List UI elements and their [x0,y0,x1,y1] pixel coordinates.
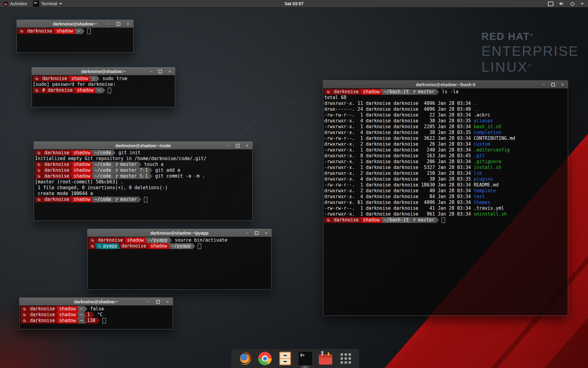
terminal-line: drwxrwxr-x. 2 darknoise darknoise 150 Ja… [324,171,568,176]
redhat-icon [23,319,26,322]
terminal-window-pyapp: darknoise@shadow:~/pyapp − × darknoisesh… [87,229,272,290]
ls-row-meta: -rwxrwxr-x. 1 darknoise darknoise 206 Ja… [324,159,474,165]
maximize-button[interactable] [254,231,259,235]
dock-item-files[interactable] [278,352,292,365]
terminal-content[interactable]: darknoiseshadow~ [17,28,133,52]
maximize-button[interactable] [158,69,162,74]
dock-item-firefox[interactable] [238,352,251,365]
terminal-line: -rw-rw-r--. 1 darknoise darknoise 18630 … [324,182,568,188]
prompt-segment-host: shadow [74,87,96,93]
maximize-button[interactable] [116,22,121,26]
dock-item-toolbox[interactable] [319,352,332,365]
prompt-segment-user: darknoise [41,162,72,167]
terminal-line: darknoiseshadow~ [18,28,133,34]
window-title: darknoise@shadow:~ [53,21,97,26]
terminal-line: drwxrwxr-x. 4 darknoise darknoise 38 Jan… [324,130,568,136]
maximize-button[interactable] [156,300,160,304]
terminal-line: pyappdarknoiseshadow~/pyapp [89,243,271,249]
window-titlebar[interactable]: darknoise@shadow:~ − × [17,20,133,28]
ls-row-filename: CONTRIBUTING.md [474,136,515,141]
terminal-content[interactable]: darknoiseshadow~sudo true[sudo] password… [32,75,175,107]
redhat-icon [23,307,26,311]
terminal-line: darknoiseshadow~/bash-itmasterls -la [324,89,568,95]
prompt-segment-host: shadow [147,243,170,249]
window-titlebar[interactable]: darknoise@shadow:~/code − × [34,142,252,149]
prompt-segment-path: ~/code [91,167,114,173]
close-button[interactable]: × [560,82,565,87]
window-title: darknoise@shadow:~/code [115,143,171,148]
minimize-button[interactable]: − [146,300,151,304]
clock[interactable]: Sat 03:57 [0,1,588,6]
command-text: false [88,306,104,312]
activities-button[interactable]: Activities [0,0,30,7]
terminal-content[interactable]: darknoiseshadow~/pyappsource bin/activat… [88,237,271,289]
window-title: darknoise@shadow:~ [81,69,126,74]
ls-row-meta: drwxrwxr-x. 4 darknoise darknoise 38 Jan… [324,176,474,182]
window-titlebar[interactable]: darknoise@shadow:~/pyapp − × [88,229,271,237]
dock-item-chrome[interactable] [258,352,272,365]
window-titlebar[interactable]: darknoise@shadow:~ − × [32,67,175,75]
close-button[interactable]: × [165,300,170,304]
terminal-line: drwxrwxr-x. 4 darknoise darknoise 84 Jan… [324,194,568,200]
dock-item-app-grid[interactable] [339,352,352,365]
redhat-logo-icon [3,1,8,6]
chevron-down-icon[interactable] [581,3,584,5]
terminal-cursor [87,29,91,34]
prompt-segment-user: darknoise [331,217,362,223]
display-icon[interactable] [548,2,553,6]
minimize-button[interactable]: − [226,144,230,148]
prompt-segment-user: darknoise [331,89,362,95]
terminal-line: # darknoiseshadow~ [33,87,175,93]
terminal-content[interactable]: darknoiseshadow~falsedarknoiseshadow~1^C… [20,305,173,329]
terminal-content[interactable]: darknoiseshadow~/codegit initInitialized… [34,149,252,220]
minimize-button[interactable]: − [541,82,546,87]
prompt-segment-git: master S:1 [112,173,153,179]
output-text: create mode 100644 a [35,191,93,197]
redhat-icon [91,244,94,248]
window-titlebar[interactable]: darknoise@shadow:~/bash-it − × [323,81,568,88]
close-button[interactable]: × [245,144,249,148]
maximize-button[interactable] [551,82,555,87]
ls-row-meta: -rwxrwxr-x. 1 darknoise darknoise 2205 J… [324,124,474,130]
prompt-segment-user: darknoise [24,28,55,34]
prompt-segment-user: darknoise [27,318,58,324]
power-icon[interactable] [570,2,575,6]
minimize-button[interactable]: − [149,69,153,74]
prompt-segment-path: ~/bash-it [381,89,412,95]
ls-row-meta: -rw-rw-r--. 1 darknoise darknoise 22 Jan… [324,112,474,118]
terminal-window-home-1: darknoise@shadow:~ − × darknoiseshadow~ [17,20,134,53]
close-button[interactable]: × [126,22,130,26]
terminal-line: -rw-rw-r--. 1 darknoise darknoise 22 Jan… [324,112,568,118]
terminal-window-sudo: darknoise@shadow:~ − × darknoiseshadow~s… [32,67,175,107]
terminal-cursor [144,197,147,202]
window-titlebar[interactable]: darknoise@shadow:~ − × [20,298,173,305]
ls-row-filename: completion [474,130,501,136]
app-menu-terminal[interactable]: $> Terminal [30,0,65,7]
terminal-line: -rw-rw-r--. 1 darknoise darknoise 3622 J… [324,136,568,141]
ls-row-meta: drwxrwxr-x. 2 darknoise darknoise 40 Jan… [324,188,474,194]
prompt-segment-user: darknoise [41,150,72,156]
command-text: sudo true [100,76,127,82]
prompt-segment-host: shadow [124,237,147,243]
prompt-segment-host: shadow [70,162,93,167]
app-menu-label: Terminal [41,1,57,6]
command-text: touch a [141,162,164,167]
prompt-segment-path: ~/code [91,162,114,167]
terminal-line: drwxrwxr-x. 11 darknoise darknoise 4096 … [324,101,568,106]
prompt-segment-git: master [410,89,439,95]
dock-item-terminal[interactable]: $> [299,352,312,365]
close-button[interactable]: × [264,231,268,235]
volume-icon[interactable] [559,2,564,6]
terminal-line: darknoiseshadow~sudo true [33,76,175,82]
prompt-segment-user: darknoise [41,197,72,202]
minimize-button[interactable]: − [245,231,249,235]
prompt-segment-user: darknoise [39,76,70,82]
maximize-button[interactable] [236,144,240,148]
window-title: darknoise@shadow:~/pyapp [150,231,209,236]
terminal-content[interactable]: darknoiseshadow~/bash-itmasterls -latota… [323,88,568,316]
ls-row-filename: .gitignore [474,159,501,165]
minimize-button[interactable]: − [107,22,111,26]
ls-row-filename: .travis.yml [474,205,504,211]
running-indicator [300,366,311,368]
close-button[interactable]: × [168,69,172,74]
